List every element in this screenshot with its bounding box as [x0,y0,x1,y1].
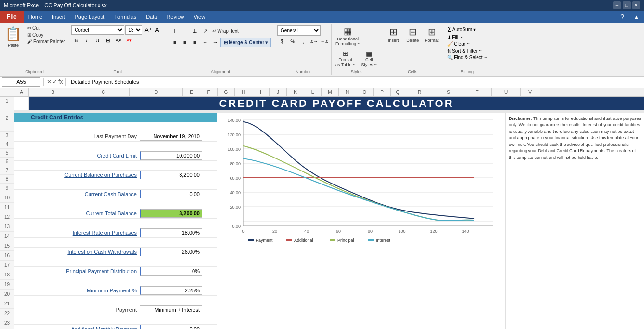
col-header-r[interactable]: R [405,88,434,96]
purchases-label[interactable]: Current Balance on Purchases [29,172,140,178]
principal-value[interactable]: 0% [140,267,202,276]
cell-a2[interactable] [14,97,29,110]
payment-value[interactable]: Minimum + Interest [140,305,202,314]
col-header-k[interactable]: K [287,88,304,96]
col-header-f[interactable]: F [200,88,218,96]
currency-btn[interactable]: $ [277,37,287,46]
data-menu[interactable]: Data [141,11,162,23]
col-header-l[interactable]: L [304,88,322,96]
cell-styles-btn[interactable]: ▦ CellStyles ~ [358,49,380,68]
col-header-h[interactable]: H [235,88,252,96]
cash-withdrawals-value[interactable]: 26.00% [140,248,202,256]
total-balance-value[interactable]: 3,200.00 [140,209,202,218]
align-center-btn[interactable]: ≡ [180,38,190,47]
format-btn[interactable]: ⊞ Format [423,25,441,44]
col-header-o[interactable]: O [356,88,374,96]
align-left-btn[interactable]: ≡ [170,38,180,47]
cut-button[interactable]: ✂ Cut [26,25,67,31]
delete-btn[interactable]: ⊟ Delete [403,25,422,44]
font-color-btn[interactable]: A▾ [124,36,134,45]
paste-button[interactable]: 📋 Paste [2,25,25,49]
decrease-decimal-btn[interactable]: ←.0 [320,37,329,46]
min-payment-label[interactable]: Minimum Payment % [29,288,140,293]
cc-limit-value[interactable]: 10,000.00 [140,151,202,160]
additional-value[interactable]: 0.00 [140,325,202,329]
interest-purchases-value[interactable]: 18.00% [140,228,202,237]
sort-filter-btn[interactable]: ⇅ Sort & Filter ~ [445,48,483,54]
angle-btn[interactable]: ↗ [200,26,210,36]
min-payment-value[interactable]: 2.25% [140,286,202,295]
file-menu[interactable]: File [0,11,24,23]
autosum-btn[interactable]: Σ AutoSum ▾ [445,25,477,34]
cash-balance-label[interactable]: Current Cash Balance [29,191,140,197]
decrease-font-btn[interactable]: A⁻ [154,25,164,35]
principal-label[interactable]: Principal Payment Distribution [29,268,140,274]
insert-btn[interactable]: ⊞ Insert [384,25,402,44]
bold-btn[interactable]: B [71,36,81,45]
format-painter-button[interactable]: 🖌 Format Painter [26,39,67,45]
increase-font-btn[interactable]: A⁺ [143,25,153,35]
close-btn[interactable]: ✕ [632,1,640,9]
purchases-value[interactable]: 3,200.00 [140,171,202,179]
col-header-m[interactable]: M [322,88,339,96]
italic-btn[interactable]: I [82,36,91,45]
conditional-formatting-btn[interactable]: ▦ ConditionalFormatting ~ [334,25,362,48]
col-header-d[interactable]: D [130,88,183,96]
indent-inc-btn[interactable]: → [210,38,220,47]
col-header-a[interactable]: A [14,88,29,96]
align-bottom-btn[interactable]: ⊥ [190,26,200,36]
find-select-btn[interactable]: 🔍 Find & Select ~ [445,54,489,61]
merge-center-btn[interactable]: ⊞ Merge & Center ▾ [220,38,271,47]
total-balance-label[interactable]: Current Total Balance [29,211,140,216]
help-icon[interactable]: ? [616,11,629,23]
cancel-formula-icon[interactable]: ✕ [47,79,52,85]
fill-color-btn[interactable]: A▾ [114,36,123,45]
additional-label[interactable]: Additional Monthly Payment [29,326,140,329]
col-header-s[interactable]: S [434,88,463,96]
indent-dec-btn[interactable]: ← [200,38,210,47]
col-header-n[interactable]: N [339,88,356,96]
col-header-i[interactable]: I [252,88,270,96]
col-header-v[interactable]: V [521,88,540,96]
font-size-select[interactable]: 13 [125,25,142,35]
interest-purchases-label[interactable]: Interest Rate on Purchases [29,230,140,236]
fill-btn[interactable]: ⬇ Fill ~ [445,34,464,40]
align-right-btn[interactable]: ≡ [190,38,200,47]
cc-limit-label[interactable]: Credit Card Limit [29,153,140,158]
copy-button[interactable]: ⊞ Copy [26,32,67,38]
review-menu[interactable]: Review [162,11,189,23]
format-as-table-btn[interactable]: ⊞ Formatas Table ~ [334,49,357,68]
borders-btn[interactable]: ⊞ [103,36,113,45]
col-header-j[interactable]: J [270,88,287,96]
minimize-ribbon-btn[interactable]: ▲ [629,11,644,23]
formula-input[interactable] [69,77,642,87]
align-top-btn[interactable]: ⊤ [170,26,180,36]
maximize-btn[interactable]: □ [623,1,631,9]
increase-decimal-btn[interactable]: .0→ [309,37,319,46]
wrap-text-btn[interactable]: ↵ Wrap Text [210,26,241,36]
cell-reference-input[interactable] [2,77,40,87]
col-header-c[interactable]: C [77,88,130,96]
col-header-g[interactable]: G [218,88,235,96]
insert-menu[interactable]: Insert [47,11,70,23]
last-payment-value[interactable]: November 19, 2010 [140,132,202,141]
title-cell[interactable]: CREDIT CARD PAYOFF CALCULATOR [29,97,644,110]
insert-function-icon[interactable]: fx [58,79,63,85]
col-header-u[interactable]: U [492,88,521,96]
minimize-btn[interactable]: ─ [613,1,621,9]
number-format-select[interactable]: General [277,25,321,36]
window-controls[interactable]: ─ □ ✕ [613,1,640,9]
col-header-b[interactable]: B [29,88,77,96]
comma-btn[interactable]: , [298,37,308,46]
percent-btn[interactable]: % [288,37,297,46]
home-menu[interactable]: Home [24,11,47,23]
col-header-e[interactable]: E [183,88,200,96]
underline-btn[interactable]: U [92,36,102,45]
page-layout-menu[interactable]: Page Layout [70,11,110,23]
view-menu[interactable]: View [189,11,210,23]
col-header-t[interactable]: T [463,88,492,96]
clear-btn[interactable]: 🧹 Clear ~ [445,41,472,47]
confirm-formula-icon[interactable]: ✓ [52,79,57,85]
col-header-q[interactable]: Q [391,88,405,96]
font-name-select[interactable]: Corbel [71,25,124,35]
